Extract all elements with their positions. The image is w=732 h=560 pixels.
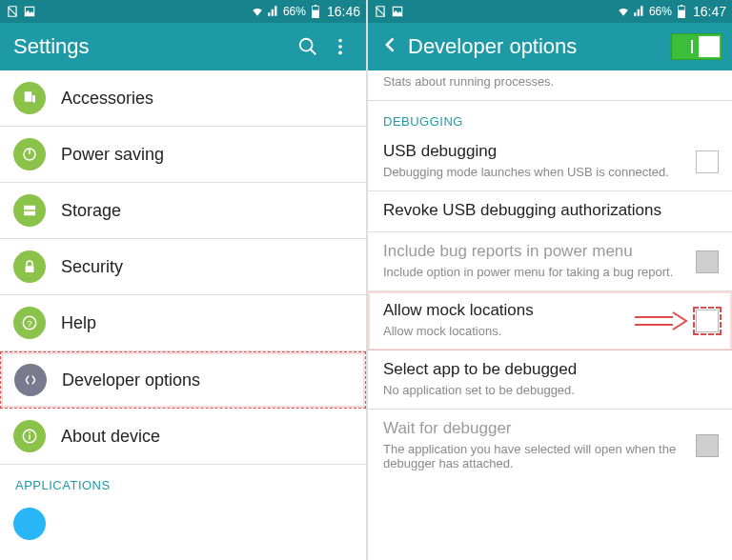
row-title: Revoke USB debugging authorizations: [383, 201, 717, 220]
search-button[interactable]: [292, 30, 324, 63]
screenshot-icon: [23, 5, 36, 18]
power-saving-icon: [13, 138, 46, 170]
svg-rect-13: [24, 206, 35, 210]
row-title: USB debugging: [383, 142, 717, 161]
row-title: Wait for debugger: [383, 419, 717, 438]
item-label: Storage: [61, 201, 121, 221]
appbar-title: Developer options: [408, 34, 671, 59]
info-icon: [13, 420, 46, 452]
status-bar: 66% 16:47: [368, 0, 732, 23]
svg-point-4: [300, 39, 313, 51]
battery-percent: 66%: [283, 5, 306, 18]
no-sim-icon: [6, 5, 19, 18]
svg-point-8: [338, 51, 342, 55]
clock: 16:46: [327, 4, 360, 19]
svg-rect-10: [32, 95, 35, 103]
usb-debugging-checkbox[interactable]: [696, 150, 719, 173]
row-wait-for-debugger: Wait for debugger The application you ha…: [368, 410, 732, 482]
row-select-app-debug[interactable]: Select app to be debugged No application…: [368, 350, 732, 410]
lock-icon: [13, 250, 46, 283]
settings-screen: 66% 16:46 Settings Accessories Power sav…: [0, 0, 366, 560]
back-button[interactable]: [381, 35, 400, 58]
svg-rect-3: [315, 5, 317, 6]
svg-line-5: [311, 50, 316, 55]
svg-rect-14: [24, 211, 35, 216]
svg-rect-2: [312, 10, 318, 18]
row-sub: Stats about running processes.: [383, 74, 717, 89]
battery-icon: [311, 5, 320, 18]
settings-item-developer-options[interactable]: Developer options: [0, 351, 366, 409]
svg-rect-23: [678, 10, 684, 18]
appbar-title: Settings: [13, 34, 292, 59]
item-label: Security: [61, 257, 123, 277]
developer-icon: [14, 364, 47, 396]
row-sub: Include option in power menu for taking …: [383, 265, 717, 279]
svg-point-6: [338, 39, 342, 43]
developer-options-toggle[interactable]: [671, 33, 722, 60]
settings-item-help[interactable]: ? Help: [0, 295, 366, 351]
settings-item-power-saving[interactable]: Power saving: [0, 127, 366, 183]
developer-options-screen: 66% 16:47 Developer options Stats about …: [366, 0, 732, 560]
svg-rect-15: [26, 266, 34, 272]
row-revoke-usb[interactable]: Revoke USB debugging authorizations: [368, 191, 732, 232]
settings-appbar: Settings: [0, 23, 366, 70]
item-label: Accessories: [61, 89, 153, 109]
settings-item-about-device[interactable]: About device: [0, 409, 366, 465]
section-header-applications: APPLICATIONS: [0, 465, 366, 496]
battery-percent: 66%: [649, 5, 672, 18]
include-bug-reports-checkbox: [696, 250, 719, 273]
developer-options-list[interactable]: Stats about running processes. DEBUGGING…: [368, 70, 732, 560]
row-sub: Debugging mode launches when USB is conn…: [383, 165, 717, 179]
row-usb-debugging[interactable]: USB debugging Debugging mode launches wh…: [368, 132, 732, 191]
row-process-stats-partial[interactable]: Stats about running processes.: [368, 74, 732, 101]
allow-mock-locations-checkbox[interactable]: [696, 310, 719, 332]
wifi-icon: [251, 5, 264, 18]
help-icon: ?: [13, 307, 46, 339]
svg-rect-19: [29, 435, 30, 440]
status-bar: 66% 16:46: [0, 0, 366, 23]
signal-icon: [267, 5, 280, 18]
svg-point-7: [338, 45, 342, 49]
svg-rect-24: [681, 5, 683, 6]
signal-icon: [633, 5, 646, 18]
screenshot-icon: [391, 5, 404, 18]
accessories-icon: [13, 82, 46, 114]
battery-icon: [677, 5, 686, 18]
item-label: Developer options: [62, 370, 200, 390]
developer-options-appbar: Developer options: [368, 23, 732, 70]
row-sub: The application you have selected will o…: [383, 442, 717, 470]
no-sim-icon: [374, 5, 387, 18]
svg-rect-20: [29, 432, 30, 434]
row-sub: No application set to be debugged.: [383, 383, 717, 397]
settings-item-partial[interactable]: [0, 496, 366, 521]
section-header-debugging: DEBUGGING: [368, 101, 732, 132]
row-title: Include bug reports in power menu: [383, 242, 717, 261]
wait-for-debugger-checkbox: [696, 434, 719, 457]
settings-list[interactable]: Accessories Power saving Storage Securit…: [0, 70, 366, 560]
row-title: Select app to be debugged: [383, 360, 717, 379]
overflow-menu-button[interactable]: [324, 30, 356, 63]
row-include-bug-reports: Include bug reports in power menu Includ…: [368, 232, 732, 291]
app-icon: [13, 508, 46, 540]
settings-item-security[interactable]: Security: [0, 239, 366, 295]
svg-text:?: ?: [27, 318, 32, 329]
clock: 16:47: [693, 4, 726, 19]
storage-icon: [13, 194, 46, 227]
settings-item-accessories[interactable]: Accessories: [0, 70, 366, 127]
item-label: About device: [61, 427, 160, 447]
item-label: Help: [61, 313, 96, 333]
settings-item-storage[interactable]: Storage: [0, 183, 366, 239]
svg-rect-9: [25, 91, 32, 102]
highlight-arrow-icon: [635, 310, 688, 331]
row-allow-mock-locations[interactable]: Allow mock locations Allow mock location…: [368, 291, 732, 350]
item-label: Power saving: [61, 145, 164, 165]
wifi-icon: [617, 5, 630, 18]
